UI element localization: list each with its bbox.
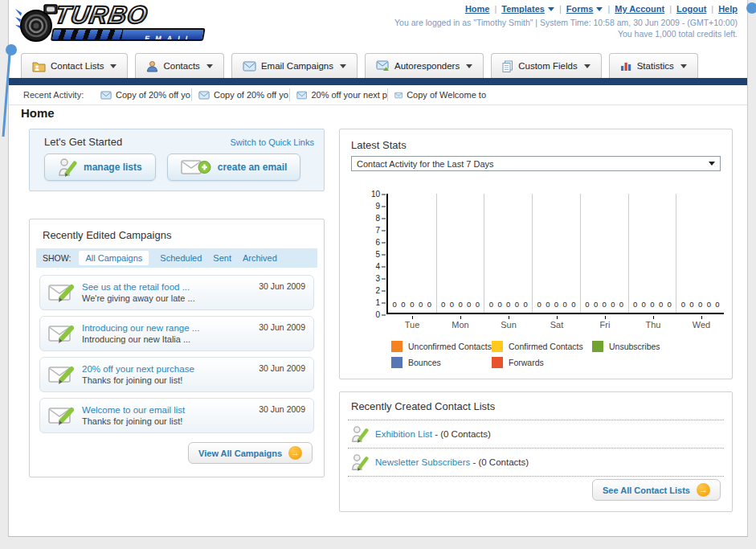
manage-lists-button[interactable]: manage lists — [44, 154, 156, 181]
bar-value-label: 0 — [594, 300, 598, 309]
bar-value-labels: 00000 — [629, 300, 676, 309]
y-tick-label: 2 — [375, 286, 380, 295]
bar-value-label: 0 — [650, 300, 654, 309]
arrow-right-icon: → — [288, 446, 302, 460]
y-tick-label: 5 — [375, 250, 380, 259]
contact-list-item[interactable]: Exhibition List - (0 Contacts) — [340, 420, 732, 448]
recent-activity-item[interactable]: 20% off your next p — [290, 88, 388, 101]
filter-sent[interactable]: Sent — [213, 253, 231, 263]
bar-value-label: 0 — [450, 300, 454, 309]
document-icon — [502, 60, 513, 72]
x-tick-label: Fri — [581, 316, 629, 330]
bar-value-label: 0 — [410, 300, 414, 309]
legend-item: Forwards — [492, 357, 592, 368]
filter-all-campaigns[interactable]: All Campaigns — [79, 251, 149, 265]
switch-quick-links-link[interactable]: Switch to Quick Links — [230, 137, 314, 147]
nav-tab-statistics[interactable]: Statistics — [609, 53, 698, 78]
bar-value-label: 0 — [689, 300, 693, 309]
divider — [9, 104, 747, 105]
legend-label: Bounces — [408, 358, 441, 367]
bar-value-labels: 00000 — [676, 300, 724, 309]
recent-campaigns-panel: Recently Edited Campaigns SHOW: All Camp… — [29, 219, 325, 477]
recent-activity-item[interactable]: Copy of 20% off yo — [94, 88, 192, 101]
header-link-help[interactable]: Help — [718, 4, 738, 14]
campaign-title-link[interactable]: See us at the retail food ... — [82, 282, 195, 292]
chart-group: 00000 — [388, 194, 436, 313]
envelope-arrow-icon — [376, 60, 390, 72]
campaign-row[interactable]: See us at the retail food ... We're givi… — [39, 275, 314, 310]
folder-contacts-icon — [32, 60, 46, 72]
bar-value-label: 0 — [489, 300, 493, 309]
nav-tab-email-campaigns[interactable]: Email Campaigns — [231, 53, 358, 78]
legend-item: Unconfirmed Contacts — [391, 341, 492, 352]
bar-value-label: 0 — [659, 300, 663, 309]
app-root: { "logo": { "word": "TURBO", "sub": "EMA… — [0, 0, 756, 549]
campaign-row[interactable]: Welcome to our email list Thanks for joi… — [39, 398, 314, 433]
header-link-templates[interactable]: Templates — [501, 4, 554, 14]
chevron-down-icon — [466, 64, 472, 68]
list-pencil-icon — [351, 453, 369, 473]
y-tick-label: 7 — [375, 226, 380, 235]
contact-list-item[interactable]: Newsletter Subscribers - (0 Contacts) — [340, 449, 732, 476]
campaign-title-link[interactable]: Welcome to our email list — [82, 405, 185, 415]
campaign-row[interactable]: 20% off your next purchase Thanks for jo… — [39, 357, 314, 392]
bar-value-label: 0 — [506, 300, 510, 309]
recent-activity-item[interactable]: Copy of 20% off yo — [192, 88, 290, 101]
campaign-list: See us at the retail food ... We're givi… — [39, 275, 314, 439]
contact-list-link[interactable]: Exhibition List — [375, 429, 432, 439]
bar-value-label: 0 — [515, 300, 519, 309]
x-tick-label: Tue — [388, 316, 436, 330]
bar-value-label: 0 — [681, 300, 685, 309]
bar-value-label: 0 — [393, 300, 397, 309]
chevron-down-icon — [709, 162, 715, 166]
chevron-down-icon — [548, 7, 554, 11]
chart-group: 00000 — [532, 194, 580, 313]
bar-value-label: 0 — [611, 300, 615, 309]
campaign-subtitle: Thanks for joining our list! — [82, 416, 185, 426]
envelope-plus-icon — [181, 158, 211, 177]
envelope-icon — [198, 91, 210, 100]
chevron-down-icon — [206, 64, 213, 68]
recent-activity-item[interactable]: Copy of Welcome to — [388, 88, 486, 101]
header-link-my-account[interactable]: My Account — [615, 4, 664, 14]
legend-item: Bounces — [391, 357, 492, 368]
filter-archived[interactable]: Archived — [243, 253, 277, 263]
chevron-down-icon — [110, 64, 116, 68]
main-window: TURBO EMAIL Home| Templates| Forms| My A… — [8, 0, 748, 537]
bar-value-label: 0 — [523, 300, 527, 309]
x-tick-label: Thu — [629, 316, 677, 330]
header-link-logout[interactable]: Logout — [676, 4, 706, 14]
campaign-date: 30 Jun 2009 — [259, 322, 305, 332]
view-all-campaigns-button[interactable]: View All Campaigns → — [188, 442, 313, 464]
header-link-home[interactable]: Home — [465, 4, 490, 14]
chart-x-axis: TueMonSunSatFriThuWed — [388, 316, 725, 330]
recent-activity-label: Recent Activity: — [23, 90, 94, 100]
bar-value-label: 0 — [715, 300, 719, 309]
legend-swatch — [391, 341, 403, 352]
nav-tab-contact-lists[interactable]: Contact Lists — [21, 53, 128, 78]
create-email-button[interactable]: create an email — [167, 154, 301, 181]
contact-list-link[interactable]: Newsletter Subscribers — [375, 457, 470, 467]
bar-value-labels: 00000 — [533, 300, 580, 309]
legend-item: Unsubscribes — [592, 341, 693, 352]
campaign-row[interactable]: Introducing our new range ... Introducin… — [39, 316, 314, 351]
bar-value-label: 0 — [571, 300, 575, 309]
legend-swatch — [592, 341, 603, 352]
campaign-title-link[interactable]: 20% off your next purchase — [82, 364, 194, 374]
see-all-contact-lists-button[interactable]: See All Contact Lists → — [592, 479, 721, 501]
header-link-forms[interactable]: Forms — [566, 4, 603, 14]
nav-tab-autoresponders[interactable]: Autoresponders — [365, 53, 484, 78]
envelope-pencil-icon — [48, 282, 76, 304]
campaign-title-link[interactable]: Introducing our new range ... — [82, 323, 199, 333]
legend-swatch — [492, 341, 503, 352]
stats-report-select[interactable]: Contact Activity for the Last 7 Days — [351, 156, 721, 171]
bar-value-label: 0 — [497, 300, 501, 309]
nav-tab-contacts[interactable]: Contacts — [135, 53, 223, 78]
legend-label: Unconfirmed Contacts — [408, 342, 492, 351]
nav-tab-custom-fields[interactable]: Custom Fields — [491, 53, 602, 78]
campaign-filter-bar: SHOW: All Campaigns Scheduled Sent Archi… — [36, 248, 317, 268]
filter-scheduled[interactable]: Scheduled — [160, 253, 202, 263]
bar-value-label: 0 — [419, 300, 423, 309]
page-title: Home — [21, 106, 55, 120]
credits-info: You have 1,000 total credits left. — [618, 29, 738, 39]
